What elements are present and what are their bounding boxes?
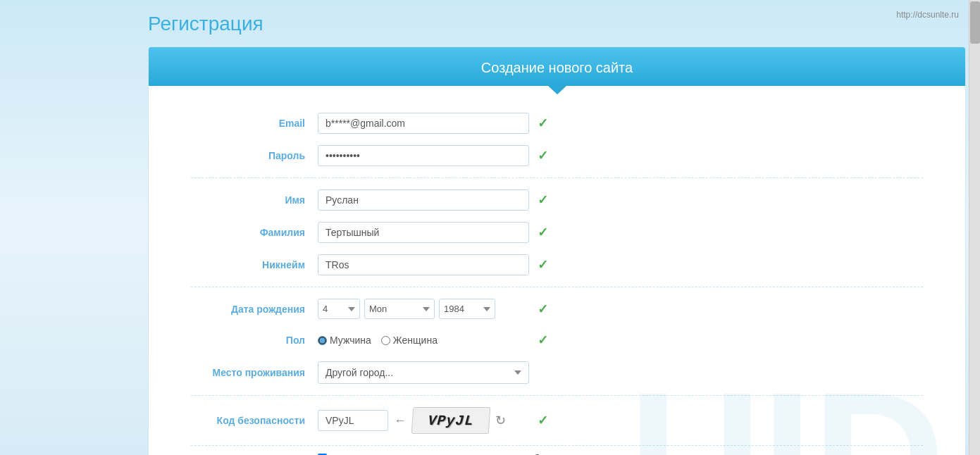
email-input[interactable] <box>318 113 529 134</box>
section-identity: Имя ✓ Фамилия ✓ Никнейм <box>191 184 923 287</box>
name-row: Имя ✓ <box>191 184 923 216</box>
gender-check-icon: ✓ <box>538 332 548 348</box>
name-check-icon: ✓ <box>538 192 548 208</box>
gender-label: Пол <box>191 335 318 346</box>
gender-row: Пол Мужчина Женщина <box>191 325 923 356</box>
card-body: Email ✓ Пароль ✓ Имя <box>149 86 965 455</box>
gender-female-radio[interactable] <box>381 336 390 345</box>
gender-male-radio[interactable] <box>318 336 327 345</box>
gender-male-label: Мужчина <box>330 335 371 346</box>
dob-month-select[interactable]: Mon JanFebMar AprMayJun JulAugSep OctNov… <box>364 299 435 319</box>
nickname-label: Никнейм <box>191 259 318 270</box>
lastname-control <box>318 222 529 243</box>
nickname-row: Никнейм ✓ <box>191 249 923 281</box>
section-credentials: Email ✓ Пароль ✓ <box>191 107 923 178</box>
name-label: Имя <box>191 194 318 206</box>
lastname-label: Фамилия <box>191 227 318 238</box>
dob-day-select[interactable]: 4 <box>318 299 360 319</box>
nickname-control <box>318 254 529 275</box>
captcha-refresh-icon[interactable]: ↻ <box>495 413 506 428</box>
dob-check-icon: ✓ <box>538 301 548 317</box>
captcha-label: Код безопасности <box>191 415 318 426</box>
gender-female-label: Женщина <box>393 335 438 346</box>
gender-female-option[interactable]: Женщина <box>381 335 438 346</box>
name-input[interactable] <box>318 189 529 211</box>
captcha-check-icon: ✓ <box>538 413 548 428</box>
captcha-row: Код безопасности ← VPyJL ↻ ✓ <box>191 401 923 440</box>
location-row: Место проживания Другой город... <box>191 356 923 389</box>
card-header-title: Создание нового сайта <box>481 60 633 75</box>
password-check-icon: ✓ <box>538 148 548 163</box>
lastname-check-icon: ✓ <box>538 225 548 240</box>
section-captcha: Код безопасности ← VPyJL ↻ ✓ <box>191 401 923 446</box>
password-row: Пароль ✓ <box>191 139 923 172</box>
email-label: Email <box>191 118 318 129</box>
top-link[interactable]: http://dcsunlte.ru <box>896 10 959 20</box>
email-row: Email ✓ <box>191 107 923 139</box>
page-title: Регистрация <box>148 13 966 35</box>
gender-male-option[interactable]: Мужчина <box>318 335 371 346</box>
location-label: Место проживания <box>191 367 318 378</box>
captcha-control: ← VPyJL ↻ <box>318 407 529 434</box>
dob-row: Дата рождения 4 Mon JanFebMar AprMayJun … <box>191 293 923 325</box>
main-card: Создание нового сайта Email ✓ Пароль <box>148 46 966 455</box>
section-personal: Дата рождения 4 Mon JanFebMar AprMayJun … <box>191 293 923 396</box>
gender-control: Мужчина Женщина <box>318 335 529 346</box>
card-header: Создание нового сайта <box>149 47 965 86</box>
captcha-image: VPyJL <box>411 407 491 434</box>
gender-group: Мужчина Женщина <box>318 335 529 346</box>
dob-year-select[interactable]: 1984 <box>439 299 495 319</box>
lastname-input[interactable] <box>318 222 529 243</box>
password-label: Пароль <box>191 150 318 161</box>
location-select[interactable]: Другой город... <box>318 361 529 384</box>
captcha-arrow-icon: ← <box>394 413 407 428</box>
dob-label: Дата рождения <box>191 304 318 315</box>
lastname-row: Фамилия ✓ <box>191 216 923 249</box>
password-input[interactable] <box>318 145 529 166</box>
location-control: Другой город... <box>318 361 529 384</box>
dob-control: 4 Mon JanFebMar AprMayJun JulAugSep OctN… <box>318 299 529 319</box>
email-check-icon: ✓ <box>538 116 548 131</box>
nickname-check-icon: ✓ <box>538 257 548 273</box>
captcha-input[interactable] <box>318 410 388 431</box>
nickname-input[interactable] <box>318 254 529 275</box>
password-control <box>318 145 529 166</box>
email-control <box>318 113 529 134</box>
name-control <box>318 189 529 211</box>
